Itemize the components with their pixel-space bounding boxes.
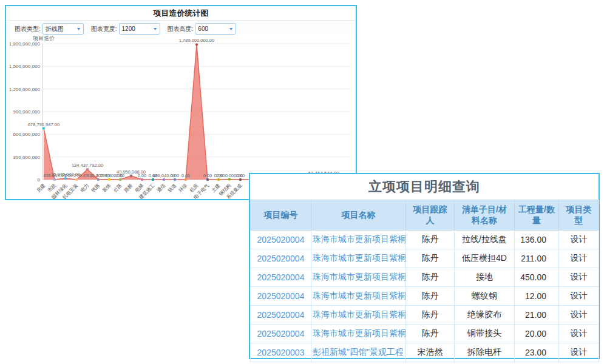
svg-text:1,789,000,000.00: 1,789,000,000.00 (179, 38, 214, 43)
svg-text:1,500,000,000: 1,500,000,000 (9, 64, 41, 69)
chart-height-value: 600 (198, 25, 208, 32)
project-id-link[interactable]: 2025020004 (251, 249, 311, 268)
column-header-3: 清单子目/材料名称 (455, 200, 515, 231)
table-row: 2025020004珠海市城市更新项目紫桐陈丹铜带接头20.00设计 (251, 325, 599, 343)
table-row: 2025020004珠海市城市更新项目紫桐陈丹接地450.00设计 (251, 268, 599, 287)
material-name: 低压横担4D (455, 249, 515, 268)
quantity-value: 12.00 (515, 287, 559, 306)
column-header-5: 项目类型 (559, 200, 599, 231)
svg-text:项目造价: 项目造价 (33, 35, 55, 41)
material-name: 接地 (455, 268, 515, 287)
table-row: 2025020004珠海市城市更新项目紫桐陈丹螺纹钢12.00设计 (251, 287, 599, 306)
project-type: 设计 (559, 268, 599, 287)
svg-text:900,000,000: 900,000,000 (13, 109, 41, 115)
material-name: 螺纹钢 (455, 287, 515, 306)
svg-text:装饰: 装饰 (101, 183, 112, 194)
svg-text:204,270.47: 204,270.47 (65, 173, 88, 178)
quantity-value: 450.00 (515, 268, 559, 287)
svg-text:环保: 环保 (177, 183, 188, 194)
svg-text:0: 0 (38, 177, 41, 183)
column-header-4: 工程量/数量 (515, 200, 559, 231)
svg-text:电力: 电力 (80, 183, 90, 194)
quantity-value: 21.00 (515, 306, 559, 325)
column-header-1: 项目名称 (311, 200, 406, 231)
chevron-down-icon: ▼ (228, 27, 234, 31)
chart-window: 项目造价统计图 图表类型: 折线图 ▼ 图表宽度: 1200 ▼ 图表高度: 6… (5, 5, 357, 200)
project-id-link[interactable]: 2025020004 (251, 306, 311, 325)
project-id-link[interactable]: 2025020004 (251, 231, 311, 249)
chart-height-label: 图表高度: (168, 25, 194, 33)
svg-text:通信: 通信 (155, 182, 166, 193)
table-row: 2025020004珠海市城市更新项目紫桐陈丹低压横担4D211.00设计 (251, 249, 599, 268)
project-id-link[interactable]: 2025020004 (251, 325, 311, 343)
project-id-link[interactable]: 2025020004 (251, 268, 311, 287)
project-name-link[interactable]: 珠海市城市更新项目紫桐 (311, 231, 406, 249)
project-tracker: 陈丹 (406, 268, 455, 287)
project-type: 设计 (559, 343, 599, 362)
project-name-link[interactable]: 珠海市城市更新项目紫桐 (311, 287, 406, 306)
table-row: 2025020004珠海市城市更新项目紫桐陈丹拉线/拉线盘136.00设计 (251, 231, 599, 249)
svg-text:房建: 房建 (36, 183, 47, 194)
svg-text:0.00: 0.00 (171, 173, 180, 178)
chart-type-label: 图表类型: (15, 25, 41, 33)
svg-text:轨道: 轨道 (167, 183, 178, 194)
project-name-link[interactable]: 珠海市城市更新项目紫桐 (311, 306, 406, 325)
material-name: 铜带接头 (455, 325, 515, 343)
project-tracker: 陈丹 (406, 231, 455, 249)
material-name: 拉线/拉线盘 (455, 231, 515, 249)
project-type: 设计 (559, 249, 599, 268)
table-title: 立项项目明细查询 (250, 174, 599, 200)
material-name: 绝缘胶布 (455, 306, 515, 325)
quantity-value: 23.00 (515, 343, 559, 362)
project-tracker: 陈丹 (406, 306, 455, 325)
chevron-down-icon: ▼ (76, 27, 81, 31)
quantity-value: 20.00 (515, 325, 559, 343)
svg-text:路桥: 路桥 (123, 183, 134, 194)
svg-text:铁路: 铁路 (90, 183, 101, 194)
chevron-down-icon: ▼ (152, 27, 158, 31)
project-detail-table: 项目编号项目名称项目跟踪人清单子目/材料名称工程量/数量项目类型 2025020… (250, 200, 599, 362)
project-type: 设计 (559, 287, 599, 306)
quantity-value: 211.00 (515, 249, 559, 268)
svg-text:300,000,000: 300,000,000 (13, 155, 41, 160)
project-tracker: 陈丹 (406, 249, 455, 268)
project-name-link[interactable]: 彭祖新城"四馆"景观工程 (311, 343, 406, 362)
material-name: 拆除电杆 (455, 343, 515, 362)
project-name-link[interactable]: 珠海市城市更新项目紫桐 (311, 325, 406, 343)
chart-width-value: 1200 (122, 25, 135, 32)
project-type: 设计 (559, 306, 599, 325)
svg-text:0.00: 0.00 (203, 173, 212, 178)
chart-height-select[interactable]: 600 ▼ (195, 23, 236, 35)
chart-width-select[interactable]: 1200 ▼ (119, 23, 160, 35)
chart-width-label: 图表宽度: (91, 25, 117, 33)
chart-type-select[interactable]: 折线图 ▼ (42, 23, 84, 35)
svg-text:678,791,947.00: 678,791,947.00 (28, 122, 59, 127)
svg-text:公路: 公路 (112, 183, 123, 194)
chart-type-value: 折线图 (46, 25, 64, 33)
project-id-link[interactable]: 2025020004 (251, 287, 311, 306)
project-tracker: 宋浩然 (406, 343, 455, 362)
chart-window-title: 项目造价统计图 (6, 6, 356, 21)
project-name-link[interactable]: 珠海市城市更新项目紫桐 (311, 249, 406, 268)
project-id-link[interactable]: 2025020003 (251, 343, 311, 362)
chart-toolbar: 图表类型: 折线图 ▼ 图表宽度: 1200 ▼ 图表高度: 600 ▼ (6, 21, 356, 35)
quantity-value: 136.00 (515, 231, 559, 249)
project-detail-window: 立项项目明细查询 项目编号项目名称项目跟踪人清单子目/材料名称工程量/数量项目类… (249, 173, 600, 359)
svg-text:1,200,000,000: 1,200,000,000 (9, 87, 41, 92)
svg-text:0.00: 0.00 (138, 173, 147, 178)
project-name-link[interactable]: 珠海市城市更新项目紫桐 (311, 268, 406, 287)
project-tracker: 陈丹 (406, 325, 455, 343)
project-tracker: 陈丹 (406, 287, 455, 306)
table-row: 2025020004珠海市城市更新项目紫桐陈丹绝缘胶布21.00设计 (251, 306, 599, 325)
project-type: 设计 (559, 325, 599, 343)
project-type: 设计 (559, 231, 599, 249)
svg-text:134,437,792.00: 134,437,792.00 (72, 163, 103, 168)
column-header-0: 项目编号 (251, 200, 311, 231)
column-header-2: 项目跟踪人 (406, 200, 455, 231)
table-header-row: 项目编号项目名称项目跟踪人清单子目/材料名称工程量/数量项目类型 (251, 200, 599, 231)
svg-text:1,800,000,000: 1,800,000,000 (9, 41, 41, 47)
svg-text:0.00: 0.00 (181, 173, 191, 178)
table-row: 2025020003彭祖新城"四馆"景观工程宋浩然拆除电杆23.00设计 (251, 343, 599, 362)
svg-text:600,000,000: 600,000,000 (13, 132, 41, 137)
svg-text:0.00: 0.00 (236, 173, 245, 178)
